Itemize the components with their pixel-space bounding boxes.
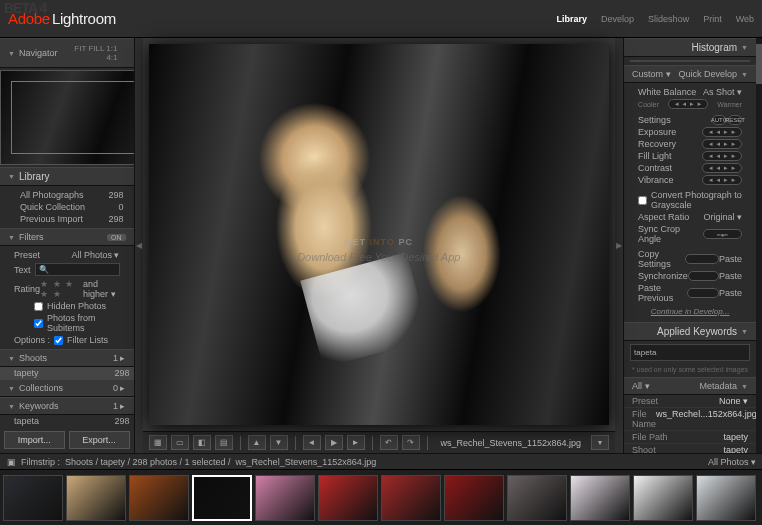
filmstrip-thumb[interactable] [381,475,441,521]
library-all-photos[interactable]: All Photographs298 [6,189,128,201]
exposure-stepper[interactable]: ◄ ◄ ► ► [702,127,742,137]
filters-header[interactable]: FiltersON [0,228,134,246]
grid-view-icon[interactable]: ▦ [149,435,167,450]
library-previous-import[interactable]: Previous Import298 [6,213,128,225]
fill-stepper[interactable]: ◄ ◄ ► ► [702,151,742,161]
preview-canvas[interactable]: GET INTO PC Download Free Your Desired A… [143,38,616,431]
preset-dropdown[interactable]: All Photos ▾ [71,250,119,260]
rating-mode[interactable]: and higher ▾ [83,279,119,299]
paste-prev-link[interactable]: Paste Previous [638,283,686,303]
module-slideshow[interactable]: Slideshow [648,14,689,24]
library-quick-collection[interactable]: Quick Collection0 [6,201,128,213]
quickdevelop-header[interactable]: Custom ▾Quick Develop [624,65,756,83]
brand-lightroom: Lightroom [52,10,116,27]
aspect-dropdown[interactable]: Original ▾ [704,212,743,222]
filter-lists-checkbox[interactable] [54,336,63,345]
keywords-header[interactable]: Keywords1 ▸ [0,397,134,415]
hidden-photos-checkbox[interactable] [34,302,43,311]
filmstrip-thumb[interactable] [696,475,756,521]
prev-photo-icon[interactable]: ◄ [303,435,321,450]
shoots-header[interactable]: Shoots1 ▸ [0,349,134,367]
filmstrip-thumb[interactable] [3,475,63,521]
rotate-left-icon[interactable]: ↶ [380,435,398,450]
filters-on-badge[interactable]: ON [107,234,126,241]
filmstrip-thumb[interactable] [507,475,567,521]
auto-button[interactable]: AUTO [712,115,726,125]
next-photo-icon[interactable]: ► [347,435,365,450]
vibrance-stepper[interactable]: ◄ ◄ ► ► [702,175,742,185]
module-print[interactable]: Print [703,14,722,24]
filmstrip-label: Filmstrip : [21,457,60,467]
filter-lists-label: Filter Lists [67,335,108,345]
recovery-stepper[interactable]: ◄ ◄ ► ► [702,139,742,149]
filmstrip-thumb[interactable] [192,475,252,521]
module-develop[interactable]: Develop [601,14,634,24]
export-button[interactable]: Export... [69,431,130,449]
copy-settings-link[interactable]: Copy Settings [638,249,685,269]
navigator-thumbnail[interactable] [0,70,135,165]
paste-link-3[interactable]: Paste [719,288,742,298]
paste-link-2[interactable]: Paste [719,271,742,281]
header: Adobe Lightroom Library Develop Slidesho… [0,0,762,38]
right-panel: Histogram Custom ▾Quick Develop White Ba… [623,38,756,453]
filmstrip-thumb[interactable] [633,475,693,521]
filmstrip-filter[interactable]: All Photos ▾ [708,457,756,467]
import-button[interactable]: Import... [4,431,65,449]
navigator-header[interactable]: Navigator FIT FILL 1:1 4:1 [0,38,134,68]
keywords-hint: * used on only some selected images [624,364,756,377]
filmstrip[interactable] [0,469,762,525]
keywords-input[interactable] [630,344,750,361]
module-web[interactable]: Web [736,14,754,24]
collections-header[interactable]: Collections0 ▸ [0,379,134,397]
survey-view-icon[interactable]: ▤ [215,435,233,450]
filmstrip-thumb[interactable] [255,475,315,521]
left-panel: Navigator FIT FILL 1:1 4:1 Library All P… [0,38,135,453]
right-panel-collapse[interactable]: ▶ [615,38,623,453]
library-header[interactable]: Library [0,167,134,186]
sort-desc-icon[interactable]: ▼ [270,435,288,450]
filmstrip-thumb[interactable] [318,475,378,521]
toolbar-menu-icon[interactable]: ▾ [591,435,609,450]
shoot-item-tapety[interactable]: tapety298 [0,367,134,379]
grayscale-checkbox[interactable] [638,196,647,205]
filmstrip-thumb[interactable] [444,475,504,521]
rating-label: Rating [14,284,40,294]
loupe-view-icon[interactable]: ▭ [171,435,189,450]
subitems-label: Photos from Subitems [47,313,120,333]
left-panel-collapse[interactable]: ◀ [135,38,143,453]
sync-link[interactable]: Synchronize [638,271,688,281]
wb-dropdown[interactable]: As Shot ▾ [703,87,742,97]
module-picker: Library Develop Slideshow Print Web [557,14,754,24]
module-library[interactable]: Library [557,14,588,24]
continue-develop-link[interactable]: Continue in Develop... [630,304,750,319]
metadata-header[interactable]: All ▾Metadata [624,377,756,395]
filmstrip-thumb[interactable] [570,475,630,521]
metadata-filepath: tapety [723,432,748,442]
sync-crop-slider[interactable]: ━●━ [703,229,742,239]
paste-link[interactable]: Paste [719,254,742,264]
applied-keywords-header[interactable]: Applied Keywords [624,322,756,341]
wb-slider[interactable]: ◄ ◄ ► ► [668,99,708,109]
metadata-preset[interactable]: None ▾ [719,396,748,406]
reset-button[interactable]: RESET [728,115,742,125]
sort-asc-icon[interactable]: ▲ [248,435,266,450]
search-input[interactable] [35,263,120,276]
filmstrip-path[interactable]: Shoots / tapety / 298 photos / 1 selecte… [65,457,231,467]
right-scrollbar[interactable] [756,38,762,453]
preset-label: Preset [14,250,40,260]
play-icon[interactable]: ▶ [325,435,343,450]
rating-stars[interactable]: ★ ★ ★ ★ ★ [40,279,83,299]
filmstrip-thumb[interactable] [129,475,189,521]
filmstrip-thumb[interactable] [66,475,126,521]
contrast-stepper[interactable]: ◄ ◄ ► ► [702,163,742,173]
compare-view-icon[interactable]: ◧ [193,435,211,450]
library-body: All Photographs298 Quick Collection0 Pre… [0,186,134,228]
keyword-item-tapeta[interactable]: tapeta298 [0,415,134,427]
subitems-checkbox[interactable] [34,319,43,328]
metadata-all-dropdown[interactable]: All ▾ [632,381,650,391]
histogram-header[interactable]: Histogram [624,38,756,57]
navigator-zoom-opts[interactable]: FIT FILL 1:1 4:1 [57,42,125,64]
secondary-display-icon[interactable]: ▣ [6,457,16,467]
toolbar: ▦ ▭ ◧ ▤ ▲ ▼ ◄ ▶ ► ↶ ↷ ws_Rechel_Stevens_… [143,431,616,453]
rotate-right-icon[interactable]: ↷ [402,435,420,450]
